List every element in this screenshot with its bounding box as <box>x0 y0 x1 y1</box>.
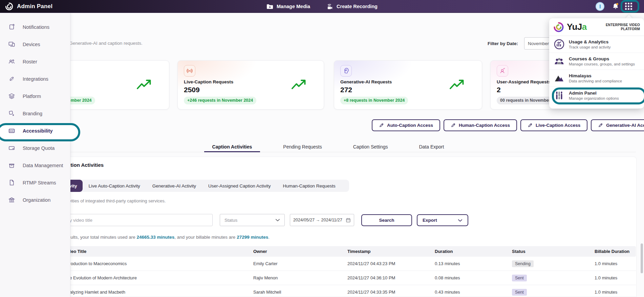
manage-media-button[interactable]: Manage Media <box>266 3 310 10</box>
main-content: Manage Generative-AI and caption request… <box>0 0 644 297</box>
yuja-wordmark: YuJa <box>567 22 587 32</box>
chevron-down-icon <box>275 219 280 221</box>
usage-icon <box>554 39 565 50</box>
table-header: Video TitleOwnerTimestampDurationStatusB… <box>20 246 636 257</box>
apps-grid-icon[interactable] <box>625 3 633 11</box>
rtmp-icon <box>8 179 15 186</box>
activity-subtabs: Auto-Caption ActivityLive Auto-Caption A… <box>25 180 349 192</box>
human-caption-access-button[interactable]: Human-Caption Access <box>444 119 517 131</box>
genai-icon <box>340 65 352 77</box>
sidebar-item-label: Notifications <box>23 24 49 30</box>
topbar-actions: Manage Media Create Recording <box>266 0 378 13</box>
tab-caption-activities[interactable]: Caption Activities <box>212 141 252 152</box>
app-item-title: Admin Panel <box>569 90 619 96</box>
stat-card-live-caption-requests: Live-Caption Requests2509+246 requests i… <box>177 60 324 110</box>
live-caption-access-button[interactable]: Live-Caption Access <box>520 119 587 131</box>
subtab-user-assigned-caption-activity[interactable]: User-Assigned Caption Activity <box>202 183 277 189</box>
roster-icon <box>8 58 15 65</box>
table-row[interactable]: The Evolution of Modern ArchitectureRaji… <box>20 271 636 285</box>
yuja-tagline: ENTERPRISE VIDEO PLATFORM <box>606 23 640 31</box>
yuja-logo-icon <box>553 22 564 33</box>
topbar-brand: Admin Panel <box>5 0 52 13</box>
media-folder-icon <box>266 3 274 10</box>
app-item-courses-groups[interactable]: Courses & GroupsManage courses, groups, … <box>549 53 644 70</box>
status-badge: Sent <box>512 289 527 296</box>
billable-duration-cell: 1.0 minutes <box>595 290 636 295</box>
billable-duration-cell: 1.0 minutes <box>595 261 636 266</box>
storage-icon <box>8 144 15 152</box>
billable-duration-cell: 1.0 minutes <box>595 275 636 280</box>
search-button[interactable]: Search <box>361 214 412 226</box>
sidebar-item-branding[interactable]: Branding <box>0 105 70 122</box>
sidebar-item-notifications[interactable]: Notifications <box>0 18 70 36</box>
owner-cell: Sarah Mitchell <box>253 290 347 295</box>
column-header-duration: Duration <box>435 249 512 254</box>
sidebar-item-label: RTMP Streams <box>23 180 56 185</box>
app-item-subtitle: Manage courses, groups, and settings <box>569 62 635 66</box>
timestamp-cell: 2024/11/27 04:33:35 PM <box>347 290 435 295</box>
date-range-picker[interactable]: 2024/05/27 → 2024/11/27 <box>290 214 354 226</box>
status-dropdown[interactable]: Status <box>220 214 285 226</box>
sidebar-item-accessibility[interactable]: CCAccessibility <box>0 123 76 139</box>
app-item-himalayas[interactable]: HimalayasData archiving and compliance <box>549 70 644 87</box>
table-row[interactable]: Introduction to MacroeconomicsEmily Cart… <box>20 257 636 271</box>
sidebar-item-roster[interactable]: Roster <box>0 53 70 70</box>
sidebar-item-data-management[interactable]: Data Management <box>0 157 70 174</box>
tab-caption-settings[interactable]: Caption Settings <box>353 141 388 152</box>
auto-caption-access-button[interactable]: Auto-Caption Access <box>372 119 440 131</box>
sidebar-item-label: Organization <box>23 197 50 203</box>
table-row[interactable]: Analyzing Hamlet and MacbethSarah Mitche… <box>20 285 636 297</box>
info-button[interactable] <box>596 2 604 11</box>
stat-card-value: 2 <box>497 86 501 94</box>
app-item-title: Courses & Groups <box>569 56 635 62</box>
tab-pending-requests[interactable]: Pending Requests <box>283 141 322 152</box>
sidebar-item-platform[interactable]: Platform <box>0 87 70 105</box>
admin-panel-screen: Manage Generative-AI and caption request… <box>0 0 644 297</box>
timestamp-cell: 2024/11/27 04:36:10 PM <box>347 275 435 280</box>
owner-cell: Rajiv Menon <box>253 275 347 280</box>
app-item-usage-analytics[interactable]: Usage & AnalyticsTrack usage and activit… <box>549 36 644 53</box>
sidebar-item-storage-quota[interactable]: Storage Quota <box>0 139 70 157</box>
subtab-human-caption-requests[interactable]: Human-Caption Requests <box>277 183 341 189</box>
duration-cell: 0.08 minutes <box>435 275 512 280</box>
subtab-generative-ai-activity[interactable]: Generative-AI Activity <box>146 183 202 189</box>
organization-icon <box>8 196 15 203</box>
tab-data-export[interactable]: Data Export <box>419 141 444 152</box>
app-item-admin-panel[interactable]: Admin PanelManage organization options <box>549 87 644 104</box>
trend-up-icon <box>291 78 307 91</box>
stat-card-generative-ai-requests: Generative-AI Requests272+8 requests in … <box>334 60 482 110</box>
subtab-live-auto-caption-activity[interactable]: Live Auto-Caption Activity <box>83 183 146 189</box>
chevron-down-icon <box>458 219 463 222</box>
sidebar-item-rtmp-streams[interactable]: RTMP Streams <box>0 174 70 191</box>
app-item-subtitle: Data archiving and compliance <box>569 79 622 83</box>
admin-sidebar: NotificationsDevicesRosterIntegrationsPl… <box>0 13 70 297</box>
date-range-value: 2024/05/27 → 2024/11/27 <box>293 218 342 222</box>
vertical-scrollbar[interactable] <box>641 243 643 273</box>
notifications-icon <box>8 23 15 31</box>
apps-panel-header: YuJa ENTERPRISE VIDEO PLATFORM <box>549 18 644 36</box>
yuja-swirl-icon <box>5 2 14 11</box>
create-recording-button[interactable]: Create Recording <box>326 3 378 10</box>
branding-icon <box>8 110 15 117</box>
caption-activity-table: Video TitleOwnerTimestampDurationStatusB… <box>20 246 636 297</box>
sidebar-item-devices[interactable]: Devices <box>0 36 70 53</box>
stat-card-badge: +8 requests in November 2024 <box>340 97 408 104</box>
generative-ai-access-button[interactable]: Generative-AI Access <box>591 119 644 131</box>
data-management-icon <box>8 162 15 169</box>
info-icon <box>600 4 601 8</box>
notifications-bell-icon[interactable] <box>611 2 620 11</box>
column-header-owner: Owner <box>253 249 347 254</box>
column-header-status: Status <box>512 249 595 254</box>
user-icon <box>497 65 508 77</box>
status-badge: Sent <box>512 275 527 281</box>
sidebar-item-integrations[interactable]: Integrations <box>0 70 70 87</box>
sidebar-item-label: Platform <box>23 94 41 99</box>
devices-icon <box>8 41 15 48</box>
trend-up-icon <box>449 78 465 91</box>
total-minutes-value: 24665.33 minutes <box>136 235 174 240</box>
sidebar-item-organization[interactable]: Organization <box>0 191 70 209</box>
stat-card-title: Generative-AI Requests <box>340 79 392 84</box>
status-cell: Sent <box>512 275 595 281</box>
export-button[interactable]: Export <box>417 214 468 226</box>
filter-by-date-label: Filter by Date: <box>488 41 518 46</box>
